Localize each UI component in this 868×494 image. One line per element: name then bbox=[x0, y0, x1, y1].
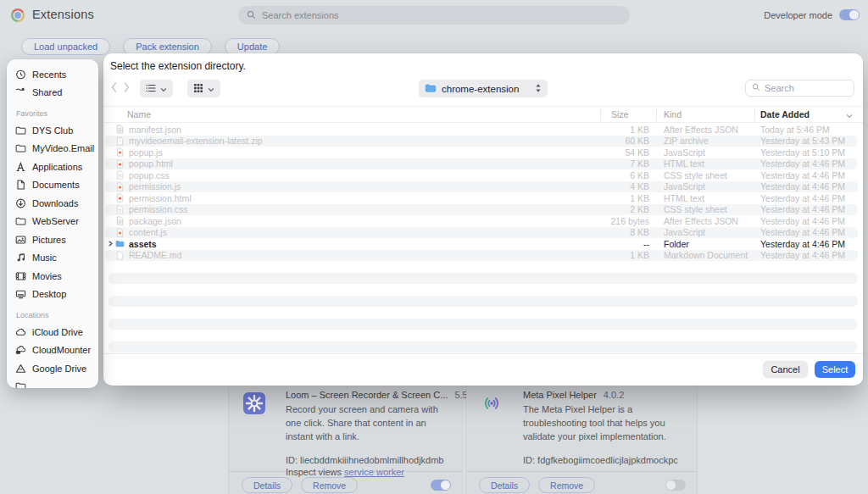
developer-mode-toggle[interactable] bbox=[839, 9, 860, 20]
file-row[interactable]: permission.js 4 KB JavaScript Yesterday … bbox=[105, 181, 858, 193]
pack-extension-button[interactable]: Pack extension bbox=[123, 38, 212, 55]
sidebar-item-icon bbox=[15, 87, 27, 98]
extension-description: The Meta Pixel Helper is a troubleshooti… bbox=[523, 402, 688, 443]
sidebar-item-cloudmounter[interactable]: CloudMounter bbox=[15, 341, 98, 360]
sidebar-item-recents[interactable]: Recents bbox=[15, 65, 98, 84]
file-kind: HTML text bbox=[651, 158, 757, 169]
file-kind: After Effects JSON bbox=[651, 125, 757, 135]
extensions-search-input[interactable]: Search extensions bbox=[238, 6, 630, 25]
file-kind: Folder bbox=[651, 239, 757, 249]
sidebar-item-label: Pictures bbox=[32, 235, 66, 245]
file-type-icon bbox=[115, 239, 129, 248]
file-row[interactable]: permission.html 1 KB HTML text Yesterday… bbox=[105, 192, 858, 204]
sidebar-item-label: DYS Club bbox=[32, 125, 73, 136]
sidebar-item-movies[interactable]: Movies bbox=[15, 267, 98, 286]
file-type-icon bbox=[115, 170, 129, 180]
details-button[interactable]: Details bbox=[242, 477, 292, 493]
sidebar-item-icon bbox=[15, 143, 27, 154]
file-size: 8 KB bbox=[595, 227, 651, 237]
remove-button[interactable]: Remove bbox=[301, 477, 358, 493]
file-size: 60 KB bbox=[595, 136, 651, 146]
forward-button[interactable] bbox=[123, 80, 131, 98]
file-row[interactable]: content.js 8 KB JavaScript Yesterday at … bbox=[105, 227, 858, 239]
folder-icon bbox=[425, 83, 437, 95]
file-date-added: Yesterday at 4:46 PM bbox=[757, 216, 858, 226]
file-size: 4 KB bbox=[595, 181, 651, 191]
grid-view-button[interactable] bbox=[187, 80, 220, 97]
file-row[interactable]: popup.html 7 KB HTML text Yesterday at 4… bbox=[105, 158, 858, 170]
file-size: 1 KB bbox=[595, 193, 651, 203]
sidebar-item-dys-club[interactable]: DYS Club bbox=[15, 121, 98, 140]
sidebar-item-icon bbox=[15, 197, 27, 208]
column-header-date-added[interactable]: Date Added bbox=[760, 109, 810, 119]
file-date-added: Yesterday at 4:46 PM bbox=[757, 239, 858, 249]
column-header-kind[interactable]: Kind bbox=[664, 109, 682, 119]
file-list-header: Name Size Kind Date Added bbox=[105, 108, 858, 121]
meta-pixel-extension-icon bbox=[481, 392, 503, 414]
sidebar-item-icon bbox=[15, 326, 27, 337]
search-icon bbox=[247, 10, 256, 21]
extension-enabled-toggle[interactable] bbox=[665, 480, 686, 491]
file-kind: JavaScript bbox=[651, 147, 757, 158]
update-button[interactable]: Update bbox=[225, 38, 280, 55]
select-button[interactable]: Select bbox=[815, 361, 855, 378]
sidebar-item-label: Desktop bbox=[32, 289, 66, 299]
cancel-button[interactable]: Cancel bbox=[763, 361, 808, 378]
sidebar-item-music[interactable]: Music bbox=[15, 249, 98, 268]
column-header-name[interactable]: Name bbox=[127, 109, 151, 119]
extension-title: Meta Pixel Helper bbox=[523, 390, 597, 400]
sidebar-item-documents[interactable]: Documents bbox=[15, 176, 98, 195]
file-size: 216 bytes bbox=[595, 216, 651, 226]
page-title: Extensions bbox=[32, 8, 94, 21]
column-header-size[interactable]: Size bbox=[611, 109, 628, 119]
file-name: popup.js bbox=[129, 147, 595, 158]
chrome-logo-icon bbox=[11, 8, 25, 22]
file-row[interactable]: README.md 1 KB Markdown Document Yesterd… bbox=[105, 250, 858, 262]
sidebar-item-shared[interactable]: Shared bbox=[15, 84, 98, 103]
service-worker-link[interactable]: service worker bbox=[344, 467, 404, 477]
list-view-button[interactable] bbox=[140, 80, 173, 97]
file-row[interactable]: popup.js 54 KB JavaScript Yesterday at 5… bbox=[105, 147, 858, 158]
sidebar-item-downloads[interactable]: Downloads bbox=[15, 194, 98, 213]
file-date-added: Yesterday at 5:43 PM bbox=[757, 136, 858, 146]
details-button[interactable]: Details bbox=[479, 477, 530, 493]
finder-sidebar: Recents Shared Favorites DYS Club MyVide… bbox=[7, 59, 98, 388]
sidebar-item-applications[interactable]: Applications bbox=[15, 158, 98, 176]
file-row[interactable]: manifest.json 1 KB After Effects JSON To… bbox=[105, 124, 858, 136]
disclosure-chevron-icon[interactable] bbox=[105, 241, 115, 247]
file-type-icon bbox=[115, 136, 129, 146]
file-row[interactable]: assets -- Folder Yesterday at 4:46 PM bbox=[105, 238, 858, 250]
sidebar-item-myvideo-email[interactable]: MyVideo.Email bbox=[15, 140, 98, 158]
extension-enabled-toggle[interactable] bbox=[431, 480, 451, 491]
empty-row-stripe bbox=[108, 296, 858, 307]
sidebar-item-label: Recents bbox=[32, 69, 66, 80]
sidebar-item-icloud-drive[interactable]: iCloud Drive bbox=[15, 323, 98, 341]
file-type-icon bbox=[115, 205, 129, 214]
remove-button[interactable]: Remove bbox=[538, 477, 595, 493]
extension-title: Loom – Screen Recorder & Screen C... bbox=[286, 390, 448, 400]
inspect-views-row: Inspect views service worker bbox=[286, 467, 451, 477]
sidebar-item-webserver[interactable]: WebServer bbox=[15, 213, 98, 231]
extension-card-meta-pixel: Meta Pixel Helper 4.0.2 The Meta Pixel H… bbox=[466, 386, 697, 494]
load-unpacked-button[interactable]: Load unpacked bbox=[21, 38, 110, 55]
file-kind: HTML text bbox=[651, 193, 757, 203]
sidebar-item-icon bbox=[15, 69, 27, 80]
dialog-search-input[interactable]: Search bbox=[745, 80, 854, 97]
file-date-added: Yesterday at 4:46 PM bbox=[757, 181, 858, 191]
sidebar-item-icon bbox=[15, 161, 27, 172]
file-name: manifest.json bbox=[129, 125, 595, 135]
sidebar-item-desktop[interactable]: Desktop bbox=[15, 286, 98, 304]
empty-row-stripe bbox=[108, 341, 858, 352]
sidebar-item-partial[interactable] bbox=[15, 378, 98, 389]
file-size: 54 KB bbox=[595, 147, 651, 158]
file-row[interactable]: permission.css 2 KB CSS style sheet Yest… bbox=[105, 204, 858, 216]
file-row[interactable]: popup.css 6 KB CSS style sheet Yesterday… bbox=[105, 169, 858, 181]
directory-dropdown[interactable]: chrome-extension bbox=[419, 80, 548, 97]
back-button[interactable] bbox=[110, 80, 118, 98]
sidebar-item-google-drive[interactable]: Google Drive bbox=[15, 359, 98, 378]
file-row[interactable]: myvideoemail-extension-latest.zip 60 KB … bbox=[105, 136, 858, 147]
file-row[interactable]: package.json 216 bytes After Effects JSO… bbox=[105, 215, 858, 227]
extensions-toolbar: Load unpacked Pack extension Update bbox=[21, 38, 280, 55]
sidebar-item-pictures[interactable]: Pictures bbox=[15, 230, 98, 249]
empty-rows bbox=[108, 273, 858, 364]
